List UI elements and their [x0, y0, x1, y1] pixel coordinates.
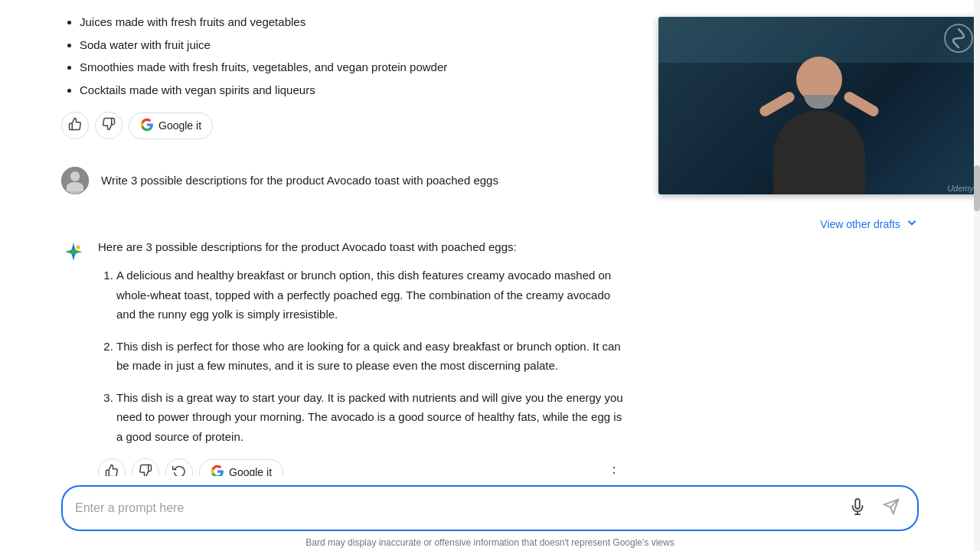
- bard-answer-row: Here are 3 possible descriptions for the…: [0, 238, 689, 476]
- bard-google-it-button[interactable]: Google it: [199, 459, 283, 477]
- footer-disclaimer: Bard may display inaccurate or offensive…: [0, 531, 980, 551]
- list-item-2: This dish is perfect for those who are l…: [116, 337, 628, 376]
- view-other-drafts-button[interactable]: View other drafts: [820, 216, 919, 232]
- view-other-drafts-label: View other drafts: [820, 218, 900, 230]
- first-response-block: Juices made with fresh fruits and vegeta…: [0, 12, 635, 152]
- list-item: Smoothies made with fresh fruits, vegeta…: [80, 57, 574, 77]
- page-container: Udemy Juices made with fresh fruits and …: [0, 0, 980, 551]
- send-button[interactable]: [877, 494, 905, 522]
- prompt-input-wrapper: [61, 485, 919, 531]
- view-other-drafts-bar: View other drafts: [0, 210, 980, 238]
- thumbs-down-button[interactable]: [95, 112, 122, 139]
- bard-content: Here are 3 possible descriptions for the…: [98, 238, 628, 476]
- list-item: Juices made with fresh fruits and vegeta…: [80, 12, 574, 32]
- list-item: Soda water with fruit juice: [80, 35, 574, 55]
- list-item: Cocktails made with vegan spirits and li…: [80, 80, 574, 100]
- avatar-image: [61, 167, 89, 194]
- google-it-label: Google it: [158, 119, 201, 132]
- more-options-button[interactable]: ⋮: [600, 458, 628, 476]
- thumbs-up-icon: [68, 117, 82, 134]
- regenerate-button[interactable]: [165, 458, 193, 476]
- thumbs-up-button[interactable]: [61, 112, 89, 139]
- bard-google-it-label: Google it: [229, 466, 272, 476]
- chat-area[interactable]: Juices made with fresh fruits and vegeta…: [0, 0, 980, 476]
- bard-icon-container: [61, 240, 86, 476]
- main-container: Juices made with fresh fruits and vegeta…: [0, 0, 980, 551]
- google-it-button-top[interactable]: Google it: [129, 112, 213, 139]
- list-item-3: This dish is a great way to start your d…: [116, 388, 628, 447]
- first-response-actions: Google it: [61, 112, 574, 139]
- scrollbar-thumb[interactable]: [974, 165, 980, 211]
- send-icon: [883, 498, 900, 519]
- bard-thumbs-up-button[interactable]: [98, 458, 126, 476]
- google-g-icon: [140, 118, 154, 134]
- first-response-content: Juices made with fresh fruits and vegeta…: [0, 12, 635, 152]
- list-item-1: A delicious and healthy breakfast or bru…: [116, 266, 628, 324]
- numbered-list: A delicious and healthy breakfast or bru…: [98, 266, 628, 446]
- bullet-list: Juices made with fresh fruits and vegeta…: [61, 12, 574, 99]
- regenerate-icon: [172, 464, 186, 476]
- svg-point-4: [77, 246, 80, 249]
- avatar: [61, 167, 89, 194]
- bard-action-buttons: Google it ⋮: [98, 458, 628, 476]
- input-area: [0, 476, 980, 531]
- thumbs-up-icon: [105, 464, 119, 476]
- scrollbar-track[interactable]: [974, 0, 980, 551]
- thumbs-down-icon: [139, 464, 152, 476]
- bard-intro-text: Here are 3 possible descriptions for the…: [98, 238, 628, 256]
- microphone-icon: [849, 498, 866, 519]
- svg-point-2: [70, 172, 80, 181]
- svg-point-3: [67, 182, 83, 194]
- thumbs-down-icon: [102, 117, 116, 134]
- microphone-button[interactable]: [844, 494, 871, 522]
- more-options-icon: ⋮: [607, 464, 621, 476]
- bard-thumbs-down-button[interactable]: [132, 458, 159, 476]
- chevron-down-icon: [905, 216, 919, 232]
- bard-star-icon: [61, 240, 86, 264]
- user-message-row: Write 3 possible descriptions for the pr…: [0, 152, 689, 210]
- google-g-icon: [211, 465, 224, 477]
- prompt-input[interactable]: [75, 501, 838, 515]
- bard-response-wrapper: View other drafts: [0, 210, 980, 476]
- user-message-text: Write 3 possible descriptions for the pr…: [101, 167, 498, 190]
